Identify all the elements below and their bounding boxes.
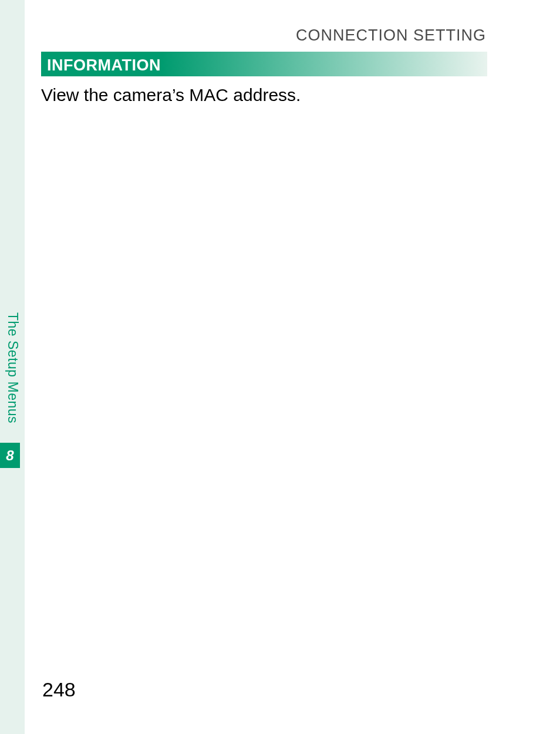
chapter-number: 8 [0, 443, 20, 468]
section-header: INFORMATION [41, 52, 487, 76]
breadcrumb: CONNECTION SETTING [41, 26, 486, 45]
section-body: View the camera’s MAC address. [41, 83, 487, 107]
page-number: 248 [42, 678, 76, 701]
section-label: The Setup Menus [5, 312, 21, 423]
sidebar: The Setup Menus 8 [0, 0, 25, 734]
page-content: CONNECTION SETTING INFORMATION View the … [41, 26, 487, 107]
